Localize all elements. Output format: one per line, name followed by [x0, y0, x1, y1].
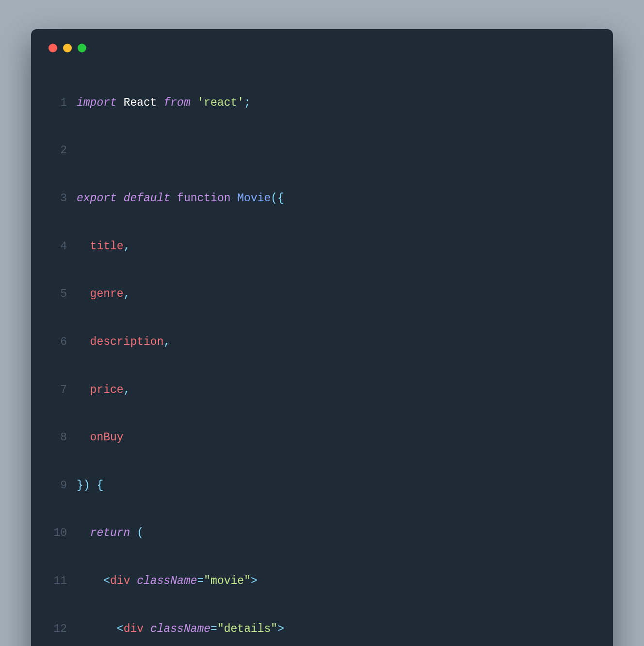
line-number: 6	[46, 334, 67, 350]
keyword-export: export	[77, 192, 117, 205]
code-line: 4 title,	[46, 239, 598, 255]
maximize-icon[interactable]	[78, 44, 86, 52]
code-line: 12 <div className="details">	[46, 621, 598, 637]
code-line: 7 price,	[46, 382, 598, 398]
jsx-attr: className	[150, 623, 210, 635]
keyword-default: default	[124, 192, 171, 205]
code-line: 3export default function Movie({	[46, 191, 598, 207]
code-editor-window: 1import React from 'react'; 2 3export de…	[31, 29, 613, 646]
line-number: 10	[46, 525, 67, 541]
jsx-tag: div	[124, 623, 144, 635]
keyword-function: function	[177, 192, 230, 205]
close-icon[interactable]	[48, 44, 57, 52]
code-line: 5 genre,	[46, 286, 598, 302]
code-line: 8 onBuy	[46, 430, 598, 446]
line-number: 8	[46, 430, 67, 446]
code-line: 2	[46, 143, 598, 159]
line-number: 4	[46, 239, 67, 255]
minimize-icon[interactable]	[63, 44, 72, 52]
line-number: 9	[46, 478, 67, 494]
param: description	[90, 336, 164, 348]
line-number: 5	[46, 286, 67, 302]
line-number: 12	[46, 621, 67, 637]
string-literal: 'react'	[197, 97, 244, 109]
keyword-return: return	[90, 527, 130, 539]
line-number: 2	[46, 143, 67, 159]
code-line: 1import React from 'react';	[46, 95, 598, 111]
window-titlebar	[46, 44, 598, 52]
param: price	[90, 384, 124, 396]
line-number: 11	[46, 573, 67, 589]
code-line: 9}) {	[46, 478, 598, 494]
line-number: 1	[46, 95, 67, 111]
code-block: 1import React from 'react'; 2 3export de…	[46, 63, 598, 646]
param: onBuy	[90, 431, 124, 444]
line-number: 7	[46, 382, 67, 398]
string-literal: "details"	[217, 623, 277, 635]
code-line: 11 <div className="movie">	[46, 573, 598, 589]
param: title	[90, 240, 124, 253]
code-line: 6 description,	[46, 334, 598, 350]
jsx-tag: div	[110, 575, 130, 587]
string-literal: "movie"	[204, 575, 251, 587]
keyword-from: from	[163, 97, 190, 109]
jsx-attr: className	[137, 575, 197, 587]
keyword-import: import	[77, 97, 117, 109]
function-name: Movie	[237, 192, 271, 205]
code-line: 10 return (	[46, 525, 598, 541]
param: genre	[90, 288, 124, 300]
identifier: React	[124, 97, 157, 109]
line-number: 3	[46, 191, 67, 207]
